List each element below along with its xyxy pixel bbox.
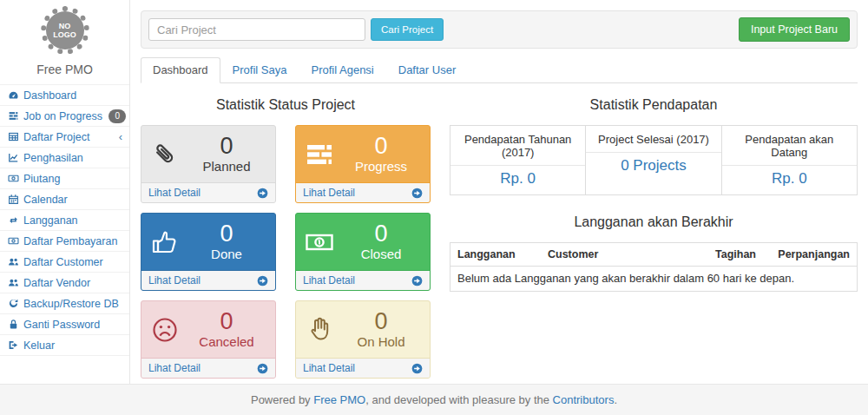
sidebar-item-ganti-password[interactable]: Ganti Password: [0, 314, 129, 335]
sidebar-item-label: Backup/Restore DB: [23, 298, 119, 310]
card-value: 0: [341, 309, 421, 333]
stat-pendapatan-akan-datang: Pendapatan akan Datang Rp. 0: [721, 126, 857, 194]
sidebar-item-daftar-vendor[interactable]: Daftar Vendor: [0, 273, 129, 293]
tab-bar: Dashboard Profil Saya Profil Agensi Daft…: [141, 57, 858, 83]
lihat-detail-canceled[interactable]: Lihat Detail: [141, 358, 275, 378]
card-stats: 0 Closed: [341, 221, 421, 261]
arrow-circle-right-icon: [257, 363, 268, 374]
users-icon: [7, 256, 19, 267]
card-stats: 0 Canceled: [187, 309, 266, 349]
dashboard-icon: [7, 89, 19, 101]
tab-dashboard[interactable]: Dashboard: [141, 57, 220, 83]
frown-icon: [150, 315, 187, 345]
search-input[interactable]: [148, 18, 365, 41]
card-done: 0 Done Lihat Detail: [141, 213, 276, 291]
card-body: 0 Progress: [296, 126, 430, 182]
refresh-icon: [7, 298, 19, 309]
sidebar-item-label: Daftar Project: [23, 131, 89, 143]
lihat-detail-closed[interactable]: Lihat Detail: [296, 270, 430, 290]
sidebar-item-dashboard[interactable]: Dashboard: [0, 85, 129, 106]
card-stats: 0 Planned: [187, 134, 266, 174]
card-on-hold: 0 On Hold Lihat Detail: [295, 300, 431, 379]
sidebar-item-calendar[interactable]: Calendar: [0, 189, 129, 210]
footer-middle: , and developed with pleasure by the: [365, 393, 552, 406]
sidebar-item-label: Daftar Vendor: [23, 277, 90, 289]
sidebar-item-keluar[interactable]: Keluar: [0, 335, 129, 356]
sidebar-item-daftar-project[interactable]: Daftar Project ‹: [0, 127, 129, 148]
card-canceled: 0 Canceled Lihat Detail: [141, 300, 276, 379]
stat-value-link[interactable]: 0 Projects: [586, 153, 720, 181]
search-well: Cari Project Input Project Baru: [141, 10, 858, 49]
sidebar-item-backup-restore[interactable]: Backup/Restore DB: [0, 293, 129, 314]
sidebar-item-label: Ganti Password: [23, 319, 100, 331]
lihat-detail-progress[interactable]: Lihat Detail: [296, 182, 430, 202]
sidebar: NO LOGO Free PMO Dashboard Job on Progre…: [0, 0, 130, 384]
footer-text: Powered by Free PMO, and developed with …: [251, 393, 617, 406]
income-stats-table: Pendapatan Tahunan (2017) Rp. 0 Project …: [450, 125, 858, 195]
sidebar-item-job-on-progress[interactable]: Job on Progress 0: [0, 106, 129, 127]
no-logo-text: NO LOGO: [51, 22, 79, 40]
sidebar-item-label: Langganan: [23, 214, 78, 227]
stat-value-link[interactable]: Rp. 0: [450, 166, 585, 194]
stat-label: Pendapatan akan Datang: [722, 126, 857, 166]
chevron-left-icon: ‹: [119, 130, 126, 143]
income-section-title: Statistik Pendapatan: [450, 97, 858, 113]
card-body: 0 Canceled: [141, 301, 275, 358]
col-langganan: Langganan: [457, 248, 548, 260]
card-progress: 0 Progress Lihat Detail: [295, 125, 431, 203]
table-icon: [7, 131, 19, 142]
page-footer: Powered by Free PMO, and developed with …: [0, 384, 868, 415]
card-closed: 0 Closed Lihat Detail: [295, 213, 431, 291]
sidebar-item-label: Daftar Customer: [23, 256, 103, 268]
footer-prefix: Powered by: [251, 393, 313, 406]
sidebar-item-piutang[interactable]: Piutang: [0, 168, 129, 189]
subscription-table-header: Langganan Customer Tagihan Perpanjangan: [450, 243, 857, 267]
sidebar-item-daftar-customer[interactable]: Daftar Customer: [0, 252, 129, 273]
calendar-icon: [7, 194, 19, 205]
stat-project-selesai: Project Selesai (2017) 0 Projects: [585, 126, 720, 194]
tab-profil-agensi[interactable]: Profil Agensi: [299, 57, 385, 83]
sidebar-item-label: Keluar: [23, 339, 55, 352]
free-pmo-link[interactable]: Free PMO: [313, 393, 365, 406]
status-cards: 0 Planned Lihat Detail: [141, 125, 431, 379]
card-body: 0 Done: [141, 214, 275, 270]
card-label: Planned: [187, 159, 266, 175]
sidebar-item-penghasilan[interactable]: Penghasilan: [0, 148, 129, 168]
card-stats: 0 Progress: [341, 134, 421, 174]
status-column: Statistik Status Project: [141, 89, 431, 379]
tab-daftar-user[interactable]: Daftar User: [386, 57, 468, 83]
stat-value-link[interactable]: Rp. 0: [722, 166, 857, 194]
footer-suffix: .: [614, 393, 617, 406]
dashboard-content: Statistik Status Project: [141, 89, 858, 379]
logo-wrap: NO LOGO: [0, 0, 129, 58]
lihat-detail-done[interactable]: Lihat Detail: [141, 270, 275, 290]
contributors-link[interactable]: Contributors: [553, 393, 615, 406]
paperclip-icon: [150, 140, 187, 169]
sidebar-item-label: Dashboard: [23, 89, 76, 102]
search-button[interactable]: Cari Project: [371, 18, 444, 41]
lihat-detail-on-hold[interactable]: Lihat Detail: [296, 358, 430, 378]
new-project-button[interactable]: Input Project Baru: [739, 17, 850, 42]
thumbs-up-icon: [150, 227, 187, 257]
lihat-detail-label: Lihat Detail: [148, 187, 201, 199]
sidebar-menu: Dashboard Job on Progress 0 Daftar Proje…: [0, 84, 129, 356]
stat-pendapatan-tahunan: Pendapatan Tahunan (2017) Rp. 0: [450, 126, 585, 194]
page: NO LOGO Free PMO Dashboard Job on Progre…: [0, 0, 868, 415]
card-label: Progress: [341, 159, 421, 175]
status-section-title: Statistik Status Project: [141, 97, 431, 113]
lihat-detail-planned[interactable]: Lihat Detail: [141, 182, 275, 202]
tab-profil-saya[interactable]: Profil Saya: [220, 57, 299, 83]
arrow-circle-right-icon: [411, 363, 423, 374]
sidebar-item-daftar-pembayaran[interactable]: Daftar Pembayaran: [0, 231, 129, 252]
card-stats: 0 Done: [187, 221, 266, 261]
arrow-circle-right-icon: [257, 275, 268, 287]
sign-out-icon: [7, 339, 19, 351]
lihat-detail-label: Lihat Detail: [303, 187, 355, 199]
sidebar-item-langganan[interactable]: Langganan: [0, 210, 129, 231]
card-body: 0 Planned: [141, 126, 275, 182]
sidebar-item-label: Penghasilan: [23, 152, 83, 164]
lihat-detail-label: Lihat Detail: [303, 362, 355, 374]
stat-label: Pendapatan Tahunan (2017): [450, 126, 585, 166]
tasks-icon: [305, 140, 341, 169]
card-body: 0 Closed: [296, 214, 430, 270]
